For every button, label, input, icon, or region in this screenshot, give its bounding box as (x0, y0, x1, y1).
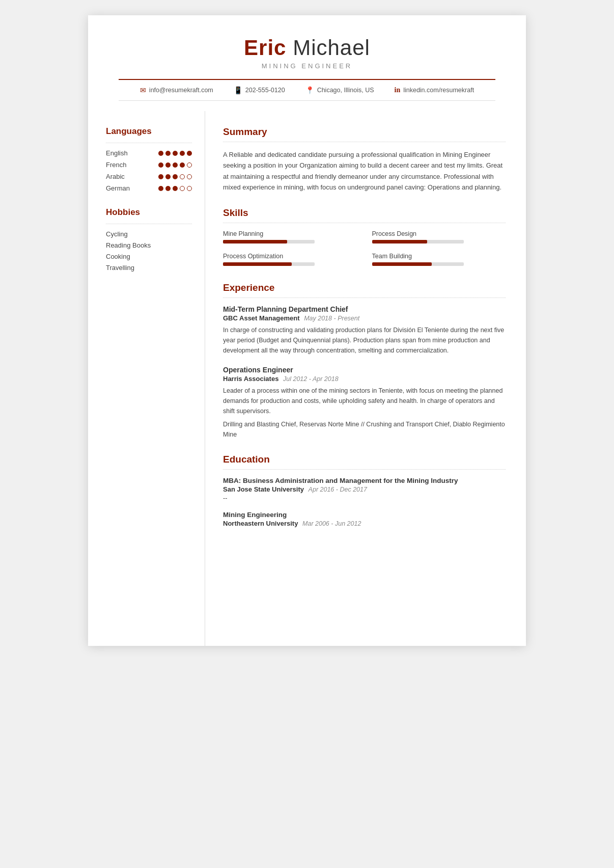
education-title: Education (223, 454, 506, 465)
hobby-travelling: Travelling (106, 264, 192, 272)
edu-school-line: San Jose State University Apr 2016 - Dec… (223, 485, 506, 493)
education-item-1: MBA: Business Administration and Managem… (223, 477, 506, 502)
skill-mine-planning: Mine Planning (223, 230, 357, 243)
dot (165, 162, 171, 168)
language-arabic: Arabic (106, 173, 192, 180)
skills-title: Skills (223, 207, 506, 219)
skill-name: Team Building (372, 253, 506, 260)
summary-title: Summary (223, 126, 506, 138)
skill-bar-bg (372, 240, 464, 243)
skill-bar-bg (372, 262, 464, 266)
lang-name-english: English (106, 149, 136, 157)
language-english: English (106, 149, 192, 157)
exp-company: GBC Asset Management (223, 314, 300, 322)
linkedin-text: linkedin.com/resumekraft (403, 87, 474, 94)
language-french: French (106, 161, 192, 169)
dot (180, 151, 185, 156)
skill-name: Process Optimization (223, 253, 357, 260)
edu-school-line: Northeastern University Mar 2006 - Jun 2… (223, 520, 506, 527)
phone-text: 202-555-0120 (245, 87, 285, 94)
lang-dots-german (158, 186, 192, 191)
dot (180, 174, 185, 179)
dot (187, 162, 192, 168)
edu-date: Mar 2006 - Jun 2012 (302, 520, 361, 527)
lang-dots-arabic (158, 174, 192, 179)
edu-note: -- (223, 495, 506, 502)
dot (173, 151, 178, 156)
exp-company-line: GBC Asset Management May 2018 - Present (223, 314, 506, 322)
location-icon: 📍 (305, 86, 314, 94)
contact-email: ✉ info@resumekraft.com (140, 86, 213, 94)
edu-degree: MBA: Business Administration and Managem… (223, 477, 506, 484)
dot (165, 151, 171, 156)
experience-section: Experience Mid-Term Planning Department … (223, 282, 506, 440)
skill-bar-fill (223, 240, 287, 243)
languages-section: Languages English French (106, 126, 192, 192)
skill-bar-bg (223, 240, 315, 243)
dot (173, 174, 178, 179)
summary-divider (223, 142, 506, 142)
language-german: German (106, 184, 192, 192)
dot (173, 186, 178, 191)
skills-grid: Mine Planning Process Design Process Opt… (223, 230, 506, 268)
skill-bar-fill (372, 240, 427, 243)
experience-item-1: Mid-Term Planning Department Chief GBC A… (223, 305, 506, 356)
experience-divider (223, 297, 506, 298)
edu-school: Northeastern University (223, 520, 298, 527)
resume-body: Languages English French (88, 111, 526, 646)
job-title: MINING ENGINEER (119, 62, 495, 70)
languages-title: Languages (106, 126, 192, 137)
dot (180, 162, 185, 168)
lang-dots-english (158, 151, 192, 156)
dot (158, 151, 163, 156)
skill-name: Process Design (372, 230, 506, 237)
dot (187, 151, 192, 156)
lang-name-french: French (106, 161, 136, 169)
sidebar: Languages English French (88, 111, 205, 646)
experience-item-2: Operations Engineer Harris Associates Ju… (223, 366, 506, 440)
dot (180, 186, 185, 191)
skill-bar-fill (372, 262, 432, 266)
exp-description-2: Drilling and Blasting Chief, Reservas No… (223, 419, 506, 440)
hobbies-divider (106, 224, 192, 224)
exp-job-title: Operations Engineer (223, 366, 506, 374)
experience-title: Experience (223, 282, 506, 293)
languages-divider (106, 143, 192, 143)
summary-text: A Reliable and dedicated candidate pursu… (223, 149, 506, 193)
dot (187, 174, 192, 179)
skills-divider (223, 223, 506, 223)
phone-icon: 📱 (234, 86, 242, 94)
first-name: Eric (244, 36, 286, 60)
full-name: Eric Michael (119, 36, 495, 60)
dot (158, 162, 163, 168)
skills-section: Skills Mine Planning Process Design (223, 207, 506, 268)
hobbies-section: Hobbies Cycling Reading Books Cooking Tr… (106, 207, 192, 272)
lang-name-arabic: Arabic (106, 173, 136, 180)
resume: Eric Michael MINING ENGINEER ✉ info@resu… (88, 15, 526, 646)
email-icon: ✉ (140, 86, 146, 94)
skill-process-optimization: Process Optimization (223, 253, 357, 266)
edu-degree: Mining Engineering (223, 511, 506, 519)
edu-school: San Jose State University (223, 485, 304, 493)
dot (158, 174, 163, 179)
summary-section: Summary A Reliable and dedicated candida… (223, 126, 506, 193)
dot (187, 186, 192, 191)
contact-bar: ✉ info@resumekraft.com 📱 202-555-0120 📍 … (119, 79, 495, 101)
email-text: info@resumekraft.com (149, 87, 213, 94)
skill-process-design: Process Design (372, 230, 506, 243)
exp-description-1: Leader of a process within one of the mi… (223, 386, 506, 416)
dot (158, 186, 163, 191)
exp-company: Harris Associates (223, 375, 278, 383)
education-item-2: Mining Engineering Northeastern Universi… (223, 511, 506, 527)
education-section: Education MBA: Business Administration a… (223, 454, 506, 527)
skill-name: Mine Planning (223, 230, 357, 237)
dot (165, 174, 171, 179)
lang-dots-french (158, 162, 192, 168)
skill-bar-bg (223, 262, 315, 266)
contact-location: 📍 Chicago, Illinois, US (305, 86, 374, 94)
skill-team-building: Team Building (372, 253, 506, 266)
exp-date: May 2018 - Present (304, 315, 359, 322)
main-content: Summary A Reliable and dedicated candida… (205, 111, 526, 646)
contact-linkedin: in linkedin.com/resumekraft (395, 86, 475, 94)
exp-date: Jul 2012 - Apr 2018 (283, 375, 339, 383)
